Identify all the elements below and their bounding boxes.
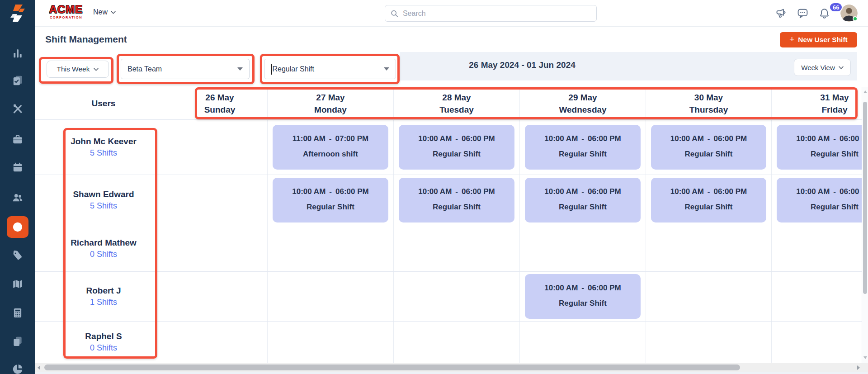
user-cell[interactable]: John Mc Keever5 Shifts — [35, 120, 172, 175]
shift-card[interactable]: 10:00 AM-06:00 PMRegular Shift — [651, 178, 766, 223]
view-mode-label: Week View — [801, 64, 835, 71]
sidebar-item-calendar[interactable] — [7, 156, 28, 178]
day-header-weekday: Wednesday — [559, 104, 606, 116]
brand-name: ACME — [45, 4, 87, 15]
user-cell[interactable]: Robert J1 Shifts — [35, 272, 172, 321]
sidebar-item-calculator[interactable] — [7, 302, 28, 324]
sidebar-item-tag[interactable] — [7, 245, 28, 266]
new-menu[interactable]: New — [93, 8, 116, 16]
user-row: Richard Mathew0 Shifts — [35, 225, 862, 272]
scroll-up-arrow[interactable] — [863, 90, 867, 93]
app-logo[interactable] — [8, 3, 28, 24]
day-cell — [646, 225, 772, 271]
day-cell: 10:00 AM-06:00 PMRegular Shift — [520, 120, 646, 175]
dash: - — [455, 187, 458, 196]
day-cell — [772, 322, 862, 363]
shift-card[interactable]: 10:00 AM-06:00 PMRegular Shift — [525, 274, 641, 319]
documents-icon — [12, 336, 24, 347]
user-shift-count[interactable]: 0 Shifts — [90, 343, 117, 353]
new-user-shift-button[interactable]: + New User Shift — [780, 32, 857, 47]
scroll-left-arrow[interactable] — [38, 365, 40, 370]
day-header-date: 27 May — [316, 91, 344, 104]
shift-end-time: 06:00 PM — [588, 187, 621, 196]
shift-card[interactable]: 10:00 AM-06:00 PMRegular Shift — [399, 178, 514, 223]
day-cell: 10:00 AM-06:00 PMRegular Shift — [772, 175, 862, 225]
day-cell — [394, 272, 520, 321]
online-status-dot — [853, 16, 858, 21]
sidebar-item-briefcase[interactable] — [7, 128, 28, 150]
megaphone-icon[interactable] — [775, 7, 787, 19]
shift-card[interactable]: 10:00 AM-06:00 PMRegular Shift — [399, 125, 514, 170]
shift-type-select[interactable]: Regular Shift — [264, 59, 396, 79]
search-box — [385, 5, 597, 22]
shift-card[interactable]: 10:00 AM-06:00 PMRegular Shift — [273, 178, 388, 223]
sidebar-item-tools[interactable] — [7, 98, 28, 119]
day-header-weekday: Thursday — [689, 104, 728, 116]
calculator-icon — [12, 307, 24, 319]
shift-card[interactable]: 10:00 AM-06:00 PMRegular Shift — [777, 178, 862, 223]
shift-start-time: 11:00 AM — [292, 134, 326, 143]
day-header-weekday: Sunday — [204, 104, 236, 116]
users-header-label: Users — [92, 97, 116, 109]
shift-label: Regular Shift — [685, 203, 733, 212]
horizontal-scrollbar[interactable] — [35, 363, 868, 372]
shift-card[interactable]: 10:00 AM-06:00 PMRegular Shift — [525, 125, 641, 170]
scroll-right-arrow[interactable] — [857, 365, 860, 370]
user-cell[interactable]: Raphel S0 Shifts — [35, 322, 172, 363]
day-cell — [646, 272, 772, 321]
user-cell[interactable]: Richard Mathew0 Shifts — [35, 225, 172, 271]
shift-end-time: 06:00 PM — [713, 134, 747, 143]
search-input[interactable] — [403, 9, 591, 18]
shift-card[interactable]: 10:00 AM-06:00 PMRegular Shift — [777, 125, 862, 170]
day-header-date: 26 May — [205, 91, 234, 104]
team-select[interactable]: Beta Team — [121, 59, 250, 79]
user-name: Richard Mathew — [71, 238, 137, 248]
user-row: Robert J1 Shifts10:00 AM-06:00 PMRegular… — [35, 272, 862, 322]
sidebar-item-clipboard-check[interactable] — [7, 70, 28, 91]
user-shift-count[interactable]: 1 Shifts — [90, 298, 117, 307]
day-cell: 10:00 AM-06:00 PMRegular Shift — [646, 120, 772, 175]
day-header-date: 28 May — [442, 91, 471, 104]
period-dropdown[interactable]: This Week — [47, 61, 109, 78]
horizontal-scrollbar-thumb[interactable] — [44, 365, 740, 370]
day-header-weekday: Friday — [821, 104, 847, 116]
shift-card[interactable]: 11:00 AM-07:00 PMAfternoon shift — [273, 125, 388, 170]
bell-icon[interactable] — [818, 7, 830, 19]
view-mode-dropdown[interactable]: Week View — [794, 59, 851, 76]
pie-chart-icon — [12, 363, 24, 374]
sidebar-item-pie-chart[interactable] — [7, 358, 28, 374]
vertical-scrollbar[interactable] — [862, 87, 868, 363]
day-cell: 10:00 AM-06:00 PMRegular Shift — [268, 175, 394, 225]
day-header-wednesday: 29 MayWednesday — [520, 87, 646, 119]
shift-start-time: 10:00 AM — [418, 187, 452, 196]
scroll-down-arrow[interactable] — [863, 356, 867, 359]
user-cell[interactable]: Shawn Edward5 Shifts — [35, 175, 172, 225]
sidebar-item-bar-chart[interactable] — [7, 43, 28, 64]
user-shift-count[interactable]: 5 Shifts — [90, 148, 117, 158]
sidebar-item-map[interactable] — [7, 273, 28, 295]
day-cell: 10:00 AM-06:00 PMRegular Shift — [394, 120, 520, 175]
page-title: Shift Management — [45, 34, 127, 45]
shift-end-time: 06:00 PM — [462, 187, 495, 196]
sidebar-item-users[interactable] — [7, 187, 28, 208]
shift-card[interactable]: 10:00 AM-06:00 PMRegular Shift — [651, 125, 766, 170]
day-cell: 11:00 AM-07:00 PMAfternoon shift — [268, 120, 394, 175]
sidebar-item-clock[interactable] — [7, 216, 28, 238]
briefcase-icon — [12, 133, 24, 145]
user-shift-count[interactable]: 5 Shifts — [90, 201, 117, 211]
dash: - — [581, 134, 584, 143]
day-cell — [394, 322, 520, 363]
day-cell — [772, 272, 862, 321]
calendar-header-row: Users26 MaySunday27 MayMonday28 MayTuesd… — [35, 87, 862, 120]
vertical-scrollbar-thumb[interactable] — [863, 102, 867, 294]
search-icon — [391, 9, 398, 18]
map-icon — [12, 278, 24, 290]
acme-logo[interactable]: ACME CORPORATION — [45, 4, 87, 19]
chat-icon[interactable] — [797, 7, 809, 19]
user-shift-count[interactable]: 0 Shifts — [90, 250, 117, 259]
chevron-down-icon — [94, 68, 99, 71]
shift-time: 10:00 AM-06:00 PM — [544, 134, 621, 143]
shift-card[interactable]: 10:00 AM-06:00 PMRegular Shift — [525, 178, 641, 223]
sidebar-item-documents[interactable] — [7, 331, 28, 352]
shift-label: Regular Shift — [433, 150, 481, 159]
